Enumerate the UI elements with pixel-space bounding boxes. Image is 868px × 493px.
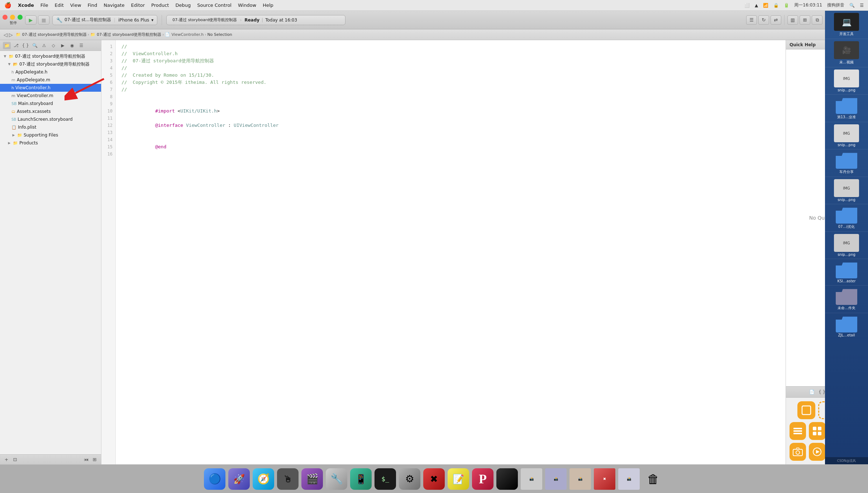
nav-recent-button[interactable]: ⏮	[82, 456, 90, 463]
menu-debug[interactable]: Debug	[175, 3, 191, 8]
dock-trash[interactable]: 🗑	[643, 468, 664, 490]
nav-assets[interactable]: 🗂 Assets.xcassets	[0, 107, 101, 115]
nav-tab-search[interactable]: 🔍	[31, 42, 39, 49]
desk-icon-snip4[interactable]: IMG snip…png	[825, 232, 868, 259]
nav-root[interactable]: ▼ 📁 07-通过 storyboard使用导航控制器	[0, 52, 101, 60]
dock-xmind2[interactable]: ✖	[594, 468, 615, 490]
code-editor[interactable]: 12345 678910 1112131415 16 // // ViewCon…	[101, 40, 786, 464]
nav-main-storyboard[interactable]: SB Main.storyboard	[0, 100, 101, 107]
dock-ios-app[interactable]: 📱	[350, 468, 372, 490]
bc-file[interactable]: ViewController.h	[171, 32, 204, 37]
nav-tab-folder[interactable]: 📁	[3, 42, 11, 49]
editor-content[interactable]: 12345 678910 1112131415 16 // // ViewCon…	[101, 40, 786, 464]
file-inspector-tab[interactable]: 📄	[808, 388, 816, 396]
dock-finder[interactable]: 🔵	[204, 468, 225, 490]
desk-icon-folder2[interactable]: 车丹分享	[825, 149, 868, 177]
desk-icon-snip2[interactable]: IMG snip…png	[825, 122, 868, 149]
nav-tab-test[interactable]: ◇	[49, 42, 57, 49]
menu-editor[interactable]: Editor	[131, 3, 145, 8]
nav-back[interactable]: ◁	[4, 32, 8, 38]
ui-camera-element[interactable]	[790, 443, 806, 461]
nav-tab-report[interactable]: ☰	[77, 42, 85, 49]
nav-tab-symbol[interactable]: { }	[22, 42, 29, 49]
nav-expand-button[interactable]: ⊞	[91, 456, 98, 463]
dock-safari[interactable]: 🧭	[253, 468, 274, 490]
dock-screenshot3[interactable]: 📸	[569, 468, 591, 490]
dock-terminal[interactable]: $_	[375, 468, 396, 490]
nav-appdelegate-m[interactable]: m AppDelegate.m	[0, 76, 101, 84]
dock-tools-app[interactable]: 🔧	[326, 468, 347, 490]
desk-icon-folder6[interactable]: ZJL…etail	[825, 313, 868, 339]
dock-preferences[interactable]: ⚙	[399, 468, 420, 490]
code-line-1: //	[121, 43, 780, 50]
stop-button[interactable]: ■	[38, 15, 49, 25]
nav-info-plist[interactable]: 📋 Info.plist	[0, 123, 101, 131]
run-button[interactable]: ▶	[25, 15, 37, 25]
bc-project[interactable]: 07-通过 storyboard使用导航控制器	[22, 32, 87, 37]
menu-xcode[interactable]: Xcode	[18, 3, 34, 8]
dock-video-app[interactable]: 🎬	[301, 468, 323, 490]
input-method[interactable]: 搜狗拼音	[827, 2, 844, 8]
nav-viewcontroller-m[interactable]: m ViewController.m	[0, 92, 101, 100]
back-forward[interactable]: ⇄	[771, 15, 781, 25]
dock-screenshot1[interactable]: 📸	[521, 468, 542, 490]
dock-black-app[interactable]	[496, 468, 518, 490]
dock-launchpad[interactable]: 🚀	[228, 468, 250, 490]
menu-navigate[interactable]: Navigate	[104, 3, 124, 8]
dock-mouse[interactable]: 🖱	[277, 468, 299, 490]
refresh-button[interactable]: ↻	[758, 15, 769, 25]
nav-forward[interactable]: ▷	[9, 32, 13, 38]
ui-play-element[interactable]	[809, 443, 825, 461]
code-area[interactable]: // // ViewController.h // 07-通过 storyboa…	[116, 40, 786, 464]
nav-tab-issues[interactable]: ⚠	[40, 42, 48, 49]
menu-view[interactable]: View	[70, 3, 81, 8]
nav-project-group[interactable]: ▼ 📂 07-通过 storyboard使用导航控制器	[0, 60, 101, 68]
desk-icon-folder4[interactable]: KSl…aster	[825, 259, 868, 286]
desk-icon-folder5[interactable]: 未命…件夹	[825, 286, 868, 313]
dock-p-app[interactable]: P	[472, 468, 493, 490]
dock-screenshot4[interactable]: 📸	[618, 468, 640, 490]
nav-filter-button[interactable]: ⊡	[11, 456, 19, 463]
ui-collection-element[interactable]	[809, 422, 825, 440]
nav-tab-debug[interactable]: ▶	[59, 42, 67, 49]
standard-editor[interactable]: ▥	[787, 15, 798, 25]
nav-launch-storyboard[interactable]: SB LaunchScreen.storyboard	[0, 115, 101, 123]
search-icon[interactable]: 🔍	[849, 3, 855, 8]
desk-icon-folder1[interactable]: 第13…业准	[825, 95, 868, 122]
control-center-icon[interactable]: ☰	[860, 3, 864, 8]
ui-view-element[interactable]	[797, 401, 815, 419]
apple-menu[interactable]: 🍎	[4, 2, 11, 9]
nav-tab-breakpoints[interactable]: ◉	[68, 42, 76, 49]
menu-source-control[interactable]: Source Control	[197, 3, 232, 8]
nav-add-button[interactable]: +	[3, 456, 10, 463]
version-editor[interactable]: ⧉	[812, 15, 822, 25]
pause-button[interactable]: 暂停	[4, 15, 22, 25]
bc-group[interactable]: 07-通过 storyboard使用导航控制器	[97, 32, 161, 37]
ui-table-element[interactable]	[790, 422, 806, 440]
dock-stickies[interactable]: 📝	[448, 468, 469, 490]
nav-products[interactable]: ▶ 📁 Products	[0, 139, 101, 147]
minimize-button[interactable]	[10, 15, 15, 20]
scheme-selector[interactable]: 🔧 07-通过 st...导航控制器 | iPhone 6s Plus ▾	[52, 15, 157, 25]
zoom-button[interactable]	[18, 15, 23, 20]
menu-find[interactable]: Find	[88, 3, 97, 8]
desk-icon-folder3[interactable]: 07…(优化	[825, 204, 868, 232]
desk-icon-snip3[interactable]: IMG snip…png	[825, 177, 868, 204]
nav-tab-git[interactable]: ⎇	[12, 42, 20, 49]
menu-file[interactable]: File	[40, 3, 48, 8]
nav-appdelegate-h[interactable]: h AppDelegate.h	[0, 68, 101, 76]
nav-viewcontroller-h[interactable]: h ViewController.h	[0, 84, 101, 92]
desk-icon-devtools[interactable]: 💻 开发工具	[825, 11, 868, 39]
menu-help[interactable]: Help	[263, 3, 273, 8]
menu-edit[interactable]: Edit	[55, 3, 64, 8]
desk-icon-video[interactable]: 🎥 未…视频	[825, 39, 868, 67]
desk-icon-snip1[interactable]: IMG snip…png	[825, 67, 868, 95]
assistant-editor[interactable]: ⊞	[800, 15, 810, 25]
dock-screenshot2[interactable]: 📸	[545, 468, 567, 490]
menu-window[interactable]: Window	[238, 3, 256, 8]
navigator-toggle[interactable]: ☰	[746, 15, 757, 25]
dock-xmind[interactable]: ✖	[423, 468, 445, 490]
menu-product[interactable]: Product	[151, 3, 169, 8]
nav-supporting-files[interactable]: ▶ 📁 Supporting Files	[0, 131, 101, 139]
close-button[interactable]	[3, 15, 8, 20]
